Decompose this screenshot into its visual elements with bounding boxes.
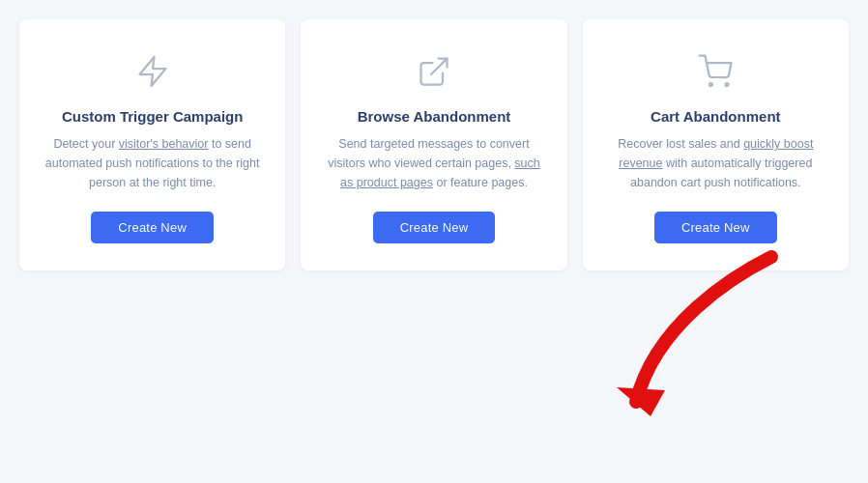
svg-line-0 [431, 59, 448, 75]
card-cart-abandonment-title: Cart Abandonment [651, 108, 780, 125]
top-row: Custom Trigger Campaign Detect your visi… [0, 0, 868, 483]
svg-point-2 [726, 83, 729, 86]
svg-point-1 [709, 83, 712, 86]
external-link-icon [411, 48, 457, 95]
card-custom-trigger-title: Custom Trigger Campaign [62, 108, 244, 125]
card-cart-abandonment-desc: Recover lost sales and quickly boost rev… [606, 134, 825, 192]
card-cart-abandonment: Cart Abandonment Recover lost sales and … [583, 19, 849, 270]
card-browse-abandonment: Browse Abandonment Send targeted message… [301, 19, 566, 270]
card-custom-trigger: Custom Trigger Campaign Detect your visi… [19, 19, 285, 270]
create-new-button-cart-abandonment[interactable]: Create New [654, 212, 777, 243]
cart-icon [692, 48, 738, 95]
bolt-icon [130, 48, 176, 95]
create-new-button-browse-abandonment[interactable]: Create New [373, 212, 496, 243]
create-new-button-custom-trigger[interactable]: Create New [91, 212, 214, 243]
card-browse-abandonment-title: Browse Abandonment [358, 108, 511, 125]
card-browse-abandonment-desc: Send targeted messages to convert visito… [324, 134, 543, 192]
card-custom-trigger-desc: Detect your visitor's behavior to send a… [43, 134, 262, 192]
